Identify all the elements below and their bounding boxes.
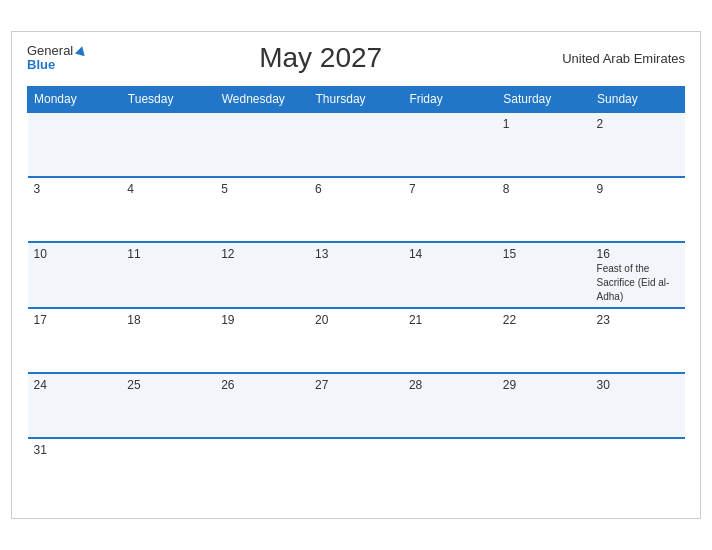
calendar-title: May 2027 [86,42,555,74]
calendar-day-cell: 22 [497,308,591,373]
day-number: 23 [597,313,679,327]
calendar-day-cell: 1 [497,112,591,177]
day-number: 24 [34,378,116,392]
calendar-week-row: 12 [28,112,685,177]
calendar-day-cell [497,438,591,503]
calendar-week-row: 31 [28,438,685,503]
day-number: 4 [127,182,209,196]
day-number: 3 [34,182,116,196]
calendar-day-cell: 10 [28,242,122,308]
day-number: 21 [409,313,491,327]
calendar-container: General Blue May 2027 United Arab Emirat… [11,31,701,519]
day-number: 14 [409,247,491,261]
day-number: 10 [34,247,116,261]
calendar-day-cell: 14 [403,242,497,308]
calendar-body: 12345678910111213141516Feast of the Sacr… [28,112,685,503]
calendar-day-cell [309,438,403,503]
calendar-day-cell: 28 [403,373,497,438]
day-number: 25 [127,378,209,392]
calendar-day-cell [403,112,497,177]
calendar-day-cell: 23 [591,308,685,373]
calendar-day-cell: 8 [497,177,591,242]
day-number: 31 [34,443,116,457]
calendar-day-cell: 9 [591,177,685,242]
day-number: 19 [221,313,303,327]
calendar-week-row: 10111213141516Feast of the Sacrifice (Ei… [28,242,685,308]
day-number: 27 [315,378,397,392]
day-number: 11 [127,247,209,261]
calendar-day-cell [591,438,685,503]
calendar-day-cell: 15 [497,242,591,308]
day-number: 6 [315,182,397,196]
calendar-day-cell: 11 [121,242,215,308]
weekday-header-cell: Tuesday [121,87,215,113]
day-number: 13 [315,247,397,261]
weekday-header-cell: Sunday [591,87,685,113]
calendar-day-cell [121,112,215,177]
calendar-day-cell: 27 [309,373,403,438]
calendar-day-cell: 31 [28,438,122,503]
day-number: 9 [597,182,679,196]
calendar-day-cell: 16Feast of the Sacrifice (Eid al-Adha) [591,242,685,308]
calendar-day-cell: 26 [215,373,309,438]
weekday-header-cell: Monday [28,87,122,113]
day-number: 15 [503,247,585,261]
weekday-header-cell: Saturday [497,87,591,113]
calendar-day-cell: 2 [591,112,685,177]
calendar-week-row: 3456789 [28,177,685,242]
calendar-country: United Arab Emirates [555,51,685,66]
calendar-day-cell: 29 [497,373,591,438]
day-number: 7 [409,182,491,196]
day-number: 29 [503,378,585,392]
calendar-day-cell: 19 [215,308,309,373]
calendar-day-cell [215,438,309,503]
calendar-day-cell [215,112,309,177]
weekday-header-cell: Wednesday [215,87,309,113]
day-event: Feast of the Sacrifice (Eid al-Adha) [597,263,670,302]
day-number: 1 [503,117,585,131]
day-number: 8 [503,182,585,196]
day-number: 18 [127,313,209,327]
calendar-day-cell: 12 [215,242,309,308]
calendar-day-cell [28,112,122,177]
calendar-day-cell: 25 [121,373,215,438]
calendar-day-cell: 7 [403,177,497,242]
calendar-day-cell: 21 [403,308,497,373]
calendar-day-cell: 24 [28,373,122,438]
logo-general-text: General [27,44,73,58]
calendar-day-cell: 3 [28,177,122,242]
day-number: 20 [315,313,397,327]
calendar-day-cell: 30 [591,373,685,438]
weekday-header-cell: Friday [403,87,497,113]
day-number: 12 [221,247,303,261]
day-number: 22 [503,313,585,327]
calendar-day-cell: 4 [121,177,215,242]
day-number: 16 [597,247,679,261]
day-number: 17 [34,313,116,327]
calendar-day-cell: 18 [121,308,215,373]
day-number: 28 [409,378,491,392]
logo-blue-text: Blue [27,58,86,72]
calendar-week-row: 24252627282930 [28,373,685,438]
calendar-week-row: 17181920212223 [28,308,685,373]
calendar-day-cell: 13 [309,242,403,308]
calendar-day-cell: 17 [28,308,122,373]
calendar-day-cell: 20 [309,308,403,373]
day-number: 30 [597,378,679,392]
calendar-day-cell [309,112,403,177]
calendar-day-cell [403,438,497,503]
logo: General Blue [27,44,86,73]
calendar-table: MondayTuesdayWednesdayThursdayFridaySatu… [27,86,685,503]
day-number: 2 [597,117,679,131]
weekday-header-cell: Thursday [309,87,403,113]
calendar-day-cell [121,438,215,503]
day-number: 26 [221,378,303,392]
weekday-header-row: MondayTuesdayWednesdayThursdayFridaySatu… [28,87,685,113]
day-number: 5 [221,182,303,196]
calendar-day-cell: 5 [215,177,309,242]
calendar-header: General Blue May 2027 United Arab Emirat… [27,42,685,74]
calendar-day-cell: 6 [309,177,403,242]
